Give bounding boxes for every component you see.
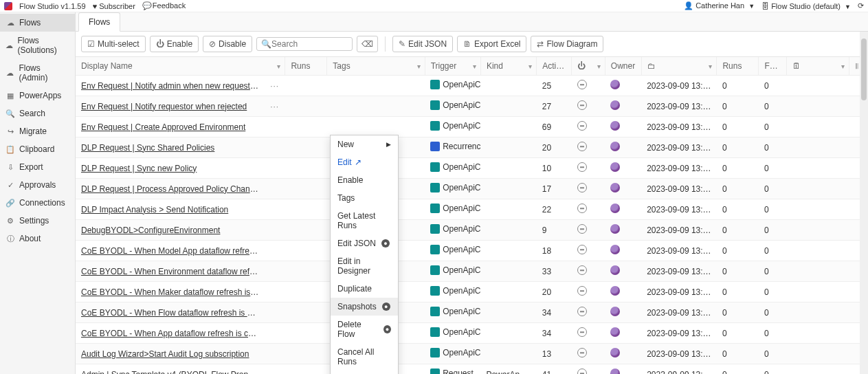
flow-name-link[interactable]: DLP Request | Sync Shared Policies	[81, 143, 214, 153]
cm-item-owners[interactable]: Owners⚗	[331, 371, 398, 374]
enable-button[interactable]: ⏻ Enable	[150, 36, 199, 52]
row-menu-button[interactable]	[264, 323, 285, 344]
col-modified[interactable]: 🗀 ▾	[641, 57, 717, 76]
cm-item-enable[interactable]: Enable	[331, 171, 398, 189]
feedback-link[interactable]: 💬 Feedback	[142, 1, 186, 10]
flow-name-link[interactable]: DLP Impact Analysis > Send Notification	[81, 205, 228, 214]
cm-item-duplicate[interactable]: Duplicate	[331, 280, 398, 298]
table-row[interactable]: DebugBYODL>ConfigureEnvironmentOpenApiC.…	[76, 220, 868, 241]
row-menu-button[interactable]: ···	[264, 96, 285, 117]
col-runs2[interactable]: Runs	[717, 57, 759, 76]
grid[interactable]: Display Name ▾ Runs Tags ▾ Trigger ▾	[76, 57, 868, 374]
col-trigger[interactable]: Trigger ▾	[425, 57, 480, 76]
row-menu-button[interactable]	[264, 241, 285, 261]
filter-icon[interactable]: ▾	[417, 63, 421, 70]
table-row[interactable]: CoE BYODL - When Environment dataflow re…	[76, 261, 868, 282]
flow-name-link[interactable]: DebugBYODL>ConfigureEnvironment	[81, 226, 220, 235]
flow-name-link[interactable]: CoE BYODL - When Model App dataflow refr…	[81, 246, 264, 256]
table-row[interactable]: CoE BYODL - When Flow dataflow refresh i…	[76, 302, 868, 323]
flow-name-link[interactable]: Env Request | Create Approved Environmen…	[81, 122, 245, 132]
disable-button[interactable]: ⊘ Disable	[203, 36, 252, 52]
row-menu-button[interactable]	[264, 138, 285, 158]
row-menu-button[interactable]	[264, 158, 285, 179]
flow-name-link[interactable]: Env Request | Notify requestor when reje…	[81, 102, 247, 111]
flow-diagram-button[interactable]: ⇄ Flow Diagram	[531, 36, 603, 52]
table-row[interactable]: Env Request | Notify requestor when reje…	[76, 96, 868, 117]
cm-item-get-latest-runs[interactable]: Get Latest Runs	[331, 207, 398, 234]
col-display-name[interactable]: Display Name ▾	[76, 57, 285, 76]
row-menu-button[interactable]	[264, 344, 285, 364]
filter-icon[interactable]: ▾	[709, 63, 712, 70]
table-row[interactable]: Env Request | Notify admin when new requ…	[76, 76, 868, 96]
table-row[interactable]: DLP Request | Sync Shared PoliciesRecurr…	[76, 138, 868, 158]
flow-name-link[interactable]: Admin | Sync Template v4 (BYODL Flow Pro…	[81, 370, 264, 375]
edit-json-button[interactable]: ✎ Edit JSON	[392, 36, 453, 52]
sidebar-item-migrate[interactable]: ↪Migrate	[0, 122, 75, 140]
multiselect-toggle[interactable]: ☑ Multi-select	[81, 36, 146, 52]
sidebar-item-export[interactable]: ⇩Export	[0, 158, 75, 176]
filter-icon[interactable]: ▾	[597, 63, 601, 70]
scrollbar[interactable]	[860, 32, 868, 374]
flow-name-link[interactable]: Env Request | Notify admin when new requ…	[81, 81, 264, 91]
cm-item-cancel-all-runs[interactable]: Cancel All Runs	[331, 343, 398, 371]
col-lastrun[interactable]: 🗓 ▾	[787, 57, 849, 76]
export-excel-button[interactable]: 🗎 Export Excel	[457, 36, 526, 52]
flow-name-link[interactable]: CoE BYODL - When Environment dataflow re…	[81, 267, 264, 276]
sidebar-item-flows[interactable]: ☁Flows	[0, 14, 75, 32]
table-row[interactable]: DLP Request | Process Approved Policy Ch…	[76, 179, 868, 199]
table-row[interactable]: DLP Request | Sync new PolicyOpenApiC...…	[76, 158, 868, 179]
sidebar-item-about[interactable]: ⓘAbout	[0, 230, 75, 248]
scrollbar-thumb[interactable]	[861, 38, 867, 100]
clear-search-button[interactable]: ⌫	[357, 36, 378, 52]
row-menu-button[interactable]	[264, 282, 285, 302]
filter-icon[interactable]: ▾	[841, 63, 845, 70]
sidebar-item-flows-solutions-[interactable]: ☁Flows (Solutions)	[0, 32, 75, 59]
env-menu[interactable]: 🗄 Flow Studio (default) ▼	[761, 2, 851, 10]
sidebar-item-settings[interactable]: ⚙Settings	[0, 212, 75, 230]
row-menu-button[interactable]	[264, 117, 285, 138]
sidebar-item-powerapps[interactable]: ▦PowerApps	[0, 87, 75, 104]
cm-item-snapshots[interactable]: Snapshots●	[331, 298, 398, 316]
sidebar-item-clipboard[interactable]: 📋Clipboard	[0, 140, 75, 158]
filter-icon[interactable]: ▾	[277, 63, 280, 70]
flow-name-link[interactable]: CoE BYODL - When Maker dataflow refresh …	[81, 287, 264, 297]
subscriber-link[interactable]: ♥ Subscriber	[93, 2, 135, 10]
cm-item-tags[interactable]: Tags	[331, 189, 398, 207]
row-menu-button[interactable]	[264, 302, 285, 323]
row-menu-button[interactable]: ···	[264, 76, 285, 96]
col-fails[interactable]: Fails	[759, 57, 787, 76]
row-menu-button[interactable]	[264, 220, 285, 241]
table-row[interactable]: Audit Log Wizard>Start Audit Log subscri…	[76, 344, 868, 364]
col-runs[interactable]: Runs	[285, 57, 327, 76]
col-owner[interactable]: Owner	[605, 57, 641, 76]
cm-item-edit[interactable]: Edit ↗	[331, 153, 398, 171]
tab-flows[interactable]: Flows	[78, 12, 120, 32]
flow-name-link[interactable]: Audit Log Wizard>Start Audit Log subscri…	[81, 349, 249, 359]
flow-name-link[interactable]: CoE BYODL - When App dataflow refresh is…	[81, 329, 264, 338]
table-row[interactable]: CoE BYODL - When App dataflow refresh is…	[76, 323, 868, 344]
col-state[interactable]: ⏻ ▾	[572, 57, 605, 76]
search-group[interactable]: 🔍	[256, 37, 353, 51]
user-menu[interactable]: 👤 Catherine Han ▼	[684, 1, 755, 10]
table-row[interactable]: Env Request | Create Approved Environmen…	[76, 117, 868, 138]
row-menu-button[interactable]	[264, 261, 285, 282]
col-tags[interactable]: Tags ▾	[327, 57, 425, 76]
cm-item-edit-json[interactable]: Edit JSON●	[331, 234, 398, 252]
row-menu-button[interactable]	[264, 179, 285, 199]
sidebar-item-flows-admin-[interactable]: ☁Flows (Admin)	[0, 59, 75, 87]
table-row[interactable]: CoE BYODL - When Maker dataflow refresh …	[76, 282, 868, 302]
cm-item-delete-flow[interactable]: Delete Flow●	[331, 316, 398, 343]
table-row[interactable]: CoE BYODL - When Model App dataflow refr…	[76, 241, 868, 261]
col-actions[interactable]: Actions	[537, 57, 572, 76]
flow-name-link[interactable]: CoE BYODL - When Flow dataflow refresh i…	[81, 308, 264, 318]
row-menu-button[interactable]	[264, 199, 285, 220]
col-kind[interactable]: Kind ▾	[480, 57, 536, 76]
cm-item-new[interactable]: New▶	[331, 135, 398, 153]
sidebar-item-connections[interactable]: 🔗Connections	[0, 194, 75, 212]
flow-name-link[interactable]: DLP Request | Process Approved Policy Ch…	[81, 184, 259, 194]
filter-icon[interactable]: ▾	[473, 63, 476, 70]
row-menu-button[interactable]	[264, 364, 285, 375]
sidebar-item-approvals[interactable]: ✓Approvals	[0, 176, 75, 194]
sidebar-item-search[interactable]: 🔍Search	[0, 104, 75, 122]
filter-icon[interactable]: ▾	[528, 63, 532, 70]
